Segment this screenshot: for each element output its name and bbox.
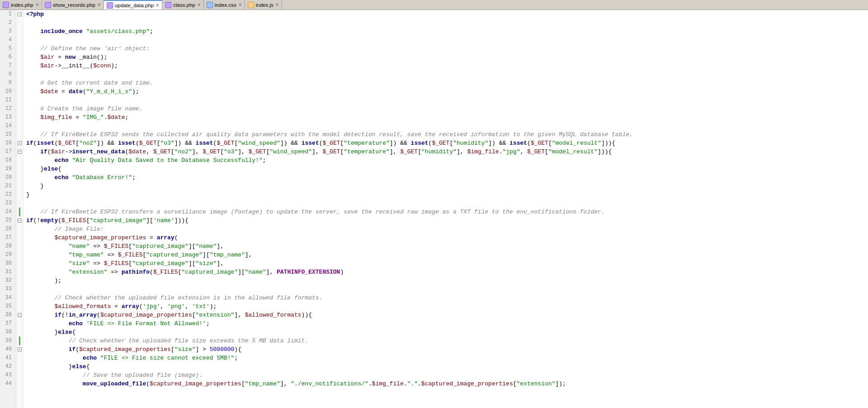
code-line-36: if(!in_array($captured_image_properties[… <box>24 311 868 319</box>
fold-36[interactable]: − <box>16 311 23 319</box>
close-icon[interactable]: ✕ <box>197 2 201 7</box>
fold-17[interactable]: − <box>16 147 23 156</box>
fold-11 <box>16 96 23 104</box>
code-line-38: }else{ <box>24 328 868 337</box>
fold-19 <box>16 165 23 173</box>
fold-18 <box>16 156 23 165</box>
fold-26 <box>16 225 23 233</box>
tab-index-php[interactable]: index.php ✕ <box>0 0 42 10</box>
code-line-30: "size" => $_FILES["captured_image"]["siz… <box>24 259 868 268</box>
code-line-41: echo "FILE => File size cannot exceed 5M… <box>24 354 868 362</box>
tab-update-data-php[interactable]: update_data.php ✕ <box>104 0 162 10</box>
fold-35 <box>16 302 23 311</box>
fold-10 <box>16 87 23 96</box>
fold-3 <box>16 27 23 36</box>
fold-14 <box>16 122 23 130</box>
fold-6 <box>16 53 23 62</box>
close-icon[interactable]: ✕ <box>97 2 101 7</box>
close-icon[interactable]: ✕ <box>238 2 242 7</box>
fold-24 <box>16 208 23 216</box>
fold-38 <box>16 328 23 337</box>
code-line-15: // If FireBeetle ESP32 sends the collect… <box>24 130 868 139</box>
code-line-26: // Image File: <box>24 225 868 233</box>
code-line-39: // Check whether the uploaded file size … <box>24 337 868 345</box>
code-line-21: } <box>24 182 868 190</box>
tab-index-css[interactable]: index.css ✕ <box>204 0 245 10</box>
code-line-5: // Define the new 'air' object: <box>24 44 868 53</box>
code-line-11 <box>24 96 868 104</box>
code-line-43: // Save the uploaded file (image). <box>24 371 868 380</box>
fold-1[interactable]: − <box>16 10 23 19</box>
php-icon <box>3 2 9 8</box>
fold-34 <box>16 294 23 302</box>
line-numbers: 1234567891011121314151617181920212223242… <box>0 10 16 408</box>
fold-25[interactable]: − <box>16 216 23 225</box>
fold-37 <box>16 319 23 328</box>
fold-40[interactable]: − <box>16 345 23 354</box>
code-line-44: move_uploaded_file($captured_image_prope… <box>24 380 868 388</box>
fold-33 <box>16 285 23 294</box>
fold-12 <box>16 104 23 113</box>
fold-44 <box>16 380 23 388</box>
tab-index-js[interactable]: index.js ✕ <box>245 0 282 10</box>
fold-27 <box>16 233 23 242</box>
code-line-32: ); <box>24 276 868 285</box>
code-line-18: echo "Air Quality Data Saved to the Data… <box>24 156 868 165</box>
fold-22 <box>16 190 23 199</box>
fold-8 <box>16 70 23 79</box>
close-icon[interactable]: ✕ <box>275 2 279 7</box>
code-line-42: }else{ <box>24 362 868 371</box>
tab-bar: index.php ✕ show_records.php ✕ update_da… <box>0 0 868 10</box>
php-icon <box>107 2 113 9</box>
fold-gutter: −−−−−− <box>16 10 24 408</box>
fold-42 <box>16 362 23 371</box>
fold-20 <box>16 173 23 182</box>
code-line-9: # Get the current date and time. <box>24 79 868 87</box>
code-line-29: "tmp_name" => $_FILES["captured_image"][… <box>24 251 868 259</box>
fold-39 <box>16 337 23 345</box>
fold-23 <box>16 199 23 208</box>
fold-30 <box>16 259 23 268</box>
code-line-31: "extension" => pathinfo($_FILES["capture… <box>24 268 868 276</box>
fold-29 <box>16 251 23 259</box>
fold-43 <box>16 371 23 380</box>
close-icon[interactable]: ✕ <box>156 3 159 8</box>
code-line-22: } <box>24 190 868 199</box>
fold-9 <box>16 79 23 87</box>
code-line-25: if(!empty($_FILES["captured_image"]['nam… <box>24 216 868 225</box>
code-line-28: "name" => $_FILES["captured_image"]["nam… <box>24 242 868 251</box>
code-content[interactable]: <?php include_once "assets/class.php"; /… <box>24 10 868 408</box>
fold-15 <box>16 130 23 139</box>
code-line-10: $date = date("Y_m_d_H_i_s"); <box>24 87 868 96</box>
code-line-19: }else{ <box>24 165 868 173</box>
css-icon <box>207 2 213 8</box>
code-line-12: # Create the image file name. <box>24 104 868 113</box>
code-line-27: $captured_image_properties = array( <box>24 233 868 242</box>
tab-show-records-php[interactable]: show_records.php ✕ <box>42 0 104 10</box>
close-icon[interactable]: ✕ <box>35 2 39 7</box>
fold-5 <box>16 44 23 53</box>
fold-31 <box>16 268 23 276</box>
code-line-8 <box>24 70 868 79</box>
fold-16[interactable]: − <box>16 139 23 147</box>
fold-41 <box>16 354 23 362</box>
code-line-6: $air = new _main(); <box>24 53 868 62</box>
code-line-3: include_once "assets/class.php"; <box>24 27 868 36</box>
code-line-17: if($air->insert_new_data($date, $_GET["n… <box>24 147 868 156</box>
code-line-35: $allowed_formats = array('jpg', 'png', '… <box>24 302 868 311</box>
fold-21 <box>16 182 23 190</box>
code-line-40: if($captured_image_properties["size"] > … <box>24 345 868 354</box>
code-line-33 <box>24 285 868 294</box>
code-line-23 <box>24 199 868 208</box>
code-line-2 <box>24 19 868 27</box>
code-line-16: if(isset($_GET["no2"]) && isset($_GET["o… <box>24 139 868 147</box>
code-editor: 1234567891011121314151617181920212223242… <box>0 10 868 408</box>
php-icon <box>45 2 51 8</box>
code-line-37: echo 'FILE => File Format Not Allowed!'; <box>24 319 868 328</box>
fold-2 <box>16 19 23 27</box>
tab-class-php[interactable]: class.php ✕ <box>162 0 204 10</box>
fold-13 <box>16 113 23 122</box>
fold-32 <box>16 276 23 285</box>
code-line-14 <box>24 122 868 130</box>
code-line-1: <?php <box>24 10 868 19</box>
